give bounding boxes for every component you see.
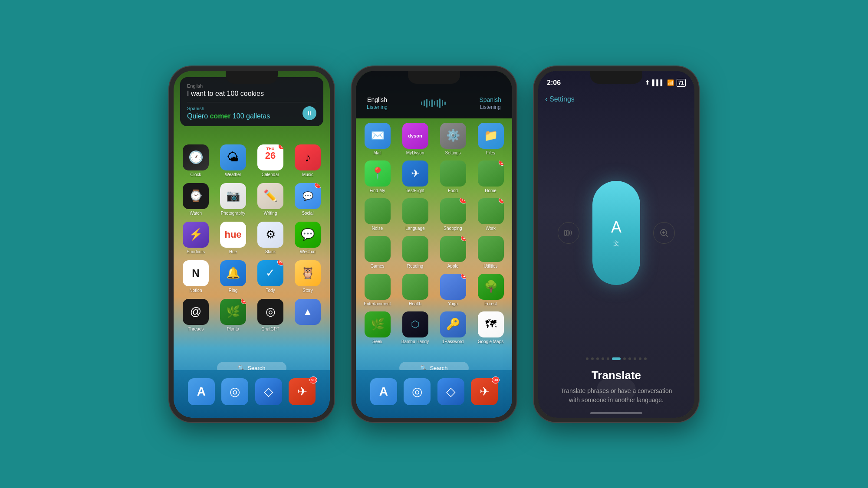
dot-9 [634, 357, 636, 360]
app-threads[interactable]: @ Threads [180, 299, 211, 331]
threads-label: Threads [188, 327, 204, 331]
chatgpt-label: ChatGPT [261, 327, 279, 331]
translate-spanish: Spanish Listening [479, 96, 501, 110]
shopping-label: Shopping [444, 226, 462, 231]
slack-icon-img: ⚙ [257, 222, 283, 248]
app-wechat[interactable]: 💬 WeChat [292, 222, 323, 254]
noise-icon-img [365, 198, 391, 224]
settings-icon-img: ⚙️ [440, 123, 466, 149]
1password-icon-img: 🔑 [440, 311, 466, 337]
translation-bar[interactable]: English I want to eat 100 cookies Spanis… [180, 77, 323, 126]
app-ring[interactable]: 🔔 Ring [217, 260, 249, 293]
app-utilities[interactable]: Utilities [474, 236, 507, 269]
dock-spark[interactable]: 90 ✈ [289, 378, 316, 405]
app-noise[interactable]: Noise [361, 198, 394, 231]
app-hue[interactable]: hue Hue [217, 222, 249, 254]
language-icon-img [402, 198, 428, 224]
page-dots [586, 357, 647, 360]
dock-dropbox-2[interactable]: ◇ [437, 378, 464, 405]
wifi-icon: 📶 [667, 79, 674, 86]
app-work[interactable]: 5 Work [474, 198, 507, 231]
app-tody[interactable]: 26 ✓ Tody [255, 260, 286, 293]
work-icon-img: 5 [478, 198, 504, 224]
planta-icon-img: 2 🌿 [220, 299, 246, 325]
dot-5 [607, 357, 609, 360]
dot-4 [602, 357, 604, 360]
dock-spark-2[interactable]: 90 ✈ [471, 378, 498, 405]
app-grid-phone2: ✉️ Mail dyson MyDyson ⚙️ Settings 📁 File… [356, 118, 512, 348]
dot-8 [628, 357, 631, 360]
app-language[interactable]: Language [399, 198, 431, 231]
app-googlemaps[interactable]: 🗺 Google Maps [474, 311, 507, 344]
zoom-icon[interactable] [653, 222, 675, 244]
app-shortcuts[interactable]: ⚡ Shortcuts [180, 222, 211, 254]
wave-10 [444, 102, 446, 105]
app-clock[interactable]: 🕐 Clock [180, 144, 211, 177]
app-weather[interactable]: 🌤 Weather [217, 144, 249, 177]
dock-appstore-2[interactable]: A [370, 378, 397, 405]
app-files[interactable]: 📁 Files [474, 123, 507, 155]
app-1password[interactable]: 🔑 1Password [437, 311, 469, 344]
app-yoga[interactable]: 1 Yoga [437, 274, 469, 306]
entertainment-label: Entertainment [364, 301, 391, 306]
back-button[interactable]: ‹ Settings [545, 95, 575, 104]
app-seek[interactable]: 🌿 Seek [361, 311, 394, 344]
app-testflight[interactable]: ✈ TestFlight [399, 160, 431, 193]
wave-5 [431, 99, 433, 107]
app-bambu[interactable]: ⬡ Bambu Handy [399, 311, 431, 344]
food-icon-img [440, 160, 466, 187]
dock-safari-2[interactable]: ◎ [404, 378, 431, 405]
app-misc[interactable]: ▲ [292, 299, 323, 331]
dot-11 [644, 357, 647, 360]
sound-icon[interactable] [558, 222, 579, 244]
health-label: Health [409, 301, 421, 306]
translate-english: English Listening [367, 96, 388, 110]
app-social[interactable]: 21 💬 Social [292, 183, 323, 216]
app-apple[interactable]: 3 Apple [437, 236, 469, 269]
phone-3: 2:06 ⬆ ▌▌▌ 📶 71 ‹ Settings [534, 66, 699, 422]
translate-pill[interactable]: A 文 [592, 181, 640, 285]
photography-label: Photography [221, 211, 246, 216]
app-planta[interactable]: 2 🌿 Planta [217, 299, 249, 331]
dock-dropbox[interactable]: ◇ [255, 378, 282, 405]
dock-safari[interactable]: ◎ [221, 378, 248, 405]
app-findmy[interactable]: 📍 Find My [361, 160, 394, 193]
app-shopping[interactable]: 12 Shopping [437, 198, 469, 231]
svg-rect-0 [565, 230, 566, 236]
phone3-screen: 2:06 ⬆ ▌▌▌ 📶 71 ‹ Settings [538, 71, 694, 418]
app-slack[interactable]: ⚙ Slack [255, 222, 286, 254]
chatgpt-icon-img: ◎ [257, 299, 283, 325]
app-settings[interactable]: ⚙️ Settings [437, 123, 469, 155]
app-forest[interactable]: 🌳 Forest [474, 274, 507, 306]
app-photography[interactable]: 📷 Photography [217, 183, 249, 216]
bambu-icon-img: ⬡ [402, 311, 428, 337]
weather-label: Weather [225, 172, 241, 177]
app-grid-phone1: 🕐 Clock 🌤 Weather 1 THU 26 Calendar [174, 140, 330, 336]
app-writing[interactable]: ✏️ Writing [255, 183, 286, 216]
app-mydyson[interactable]: dyson MyDyson [399, 123, 431, 155]
app-entertainment[interactable]: Entertainment [361, 274, 394, 306]
app-home[interactable]: 1 Home [474, 160, 507, 193]
app-calendar[interactable]: 1 THU 26 Calendar [255, 144, 286, 177]
location-icon: ⬆ [645, 79, 650, 86]
files-label: Files [486, 151, 495, 155]
findmy-label: Find My [370, 188, 385, 193]
app-chatgpt[interactable]: ◎ ChatGPT [255, 299, 286, 331]
misc-icon-img: ▲ [295, 299, 321, 325]
home-indicator [590, 412, 642, 414]
app-story[interactable]: 🦉 Story [292, 260, 323, 293]
dock-appstore[interactable]: A [188, 378, 215, 405]
app-notion[interactable]: N Notion [180, 260, 211, 293]
games-label: Games [370, 264, 384, 269]
app-mail[interactable]: ✉️ Mail [361, 123, 394, 155]
health-icon-img [402, 274, 428, 300]
app-games[interactable]: Games [361, 236, 394, 269]
app-watch[interactable]: ⌚ Watch [180, 183, 211, 216]
app-music[interactable]: ♪ Music [292, 144, 323, 177]
seek-icon-img: 🌿 [365, 311, 391, 337]
phone-1: English I want to eat 100 cookies Spanis… [169, 66, 334, 422]
pause-button[interactable]: ⏸ [302, 106, 316, 120]
app-reading[interactable]: Reading [399, 236, 431, 269]
app-food[interactable]: Food [437, 160, 469, 193]
app-health[interactable]: Health [399, 274, 431, 306]
